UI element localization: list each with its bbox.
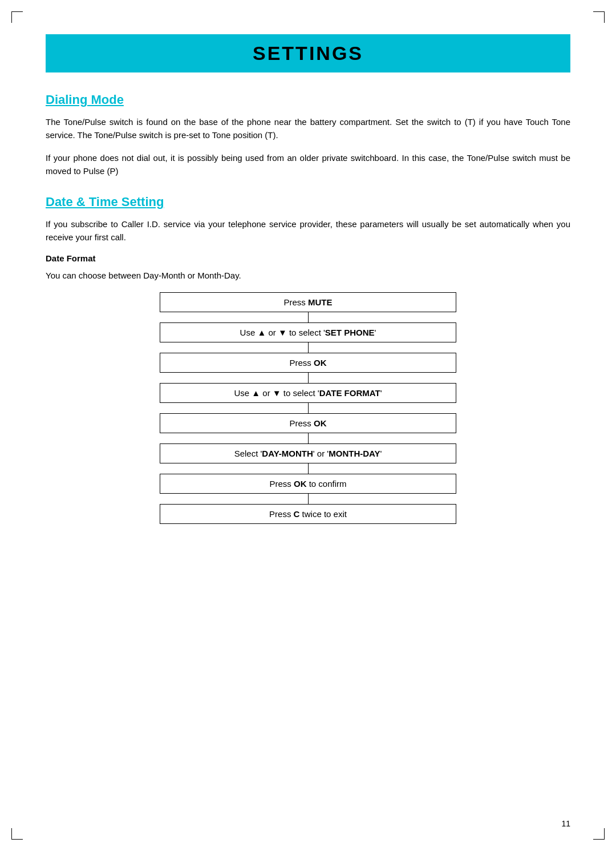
- heading-date-format: Date Format: [46, 253, 570, 263]
- corner-mark-bl: [11, 828, 23, 840]
- subsection-date-format: Date Format You can choose between Day-M…: [46, 253, 570, 524]
- flow-connector-2: [308, 342, 309, 353]
- date-time-para-1: If you subscribe to Caller I.D. service …: [46, 217, 570, 244]
- flow-step-5: Press OK: [160, 413, 456, 433]
- page-title: SETTINGS: [57, 42, 559, 64]
- flow-step-8: Press C twice to exit: [160, 504, 456, 524]
- dialing-mode-para-2: If your phone does not dial out, it is p…: [46, 151, 570, 178]
- heading-date-time: Date & Time Setting: [46, 195, 570, 209]
- section-date-time: Date & Time Setting If you subscribe to …: [46, 195, 570, 524]
- flow-step-1: Press MUTE: [160, 292, 456, 312]
- flow-diagram: Press MUTE Use ▲ or ▼ to select 'SET PHO…: [46, 292, 570, 524]
- flow-connector-5: [308, 433, 309, 443]
- page-number: 11: [561, 819, 570, 828]
- flow-step-6: Select 'DAY-MONTH' or 'MONTH-DAY': [160, 443, 456, 463]
- flow-connector-6: [308, 463, 309, 474]
- flow-step-7: Press OK to confirm: [160, 474, 456, 494]
- flow-connector-3: [308, 373, 309, 383]
- flow-step-2: Use ▲ or ▼ to select 'SET PHONE': [160, 322, 456, 342]
- corner-mark-br: [593, 828, 605, 840]
- flow-connector-1: [308, 312, 309, 322]
- section-dialing-mode: Dialing Mode The Tone/Pulse switch is fo…: [46, 92, 570, 178]
- flow-step-3: Press OK: [160, 353, 456, 373]
- date-format-description: You can choose between Day-Month or Mont…: [46, 269, 570, 282]
- corner-mark-tr: [593, 11, 605, 23]
- corner-mark-tl: [11, 11, 23, 23]
- dialing-mode-para-1: The Tone/Pulse switch is found on the ba…: [46, 115, 570, 142]
- flow-connector-7: [308, 494, 309, 504]
- flow-step-4: Use ▲ or ▼ to select 'DATE FORMAT': [160, 383, 456, 403]
- page: SETTINGS Dialing Mode The Tone/Pulse swi…: [0, 0, 616, 851]
- title-bar: SETTINGS: [46, 34, 570, 72]
- flow-connector-4: [308, 403, 309, 413]
- heading-dialing-mode: Dialing Mode: [46, 92, 570, 107]
